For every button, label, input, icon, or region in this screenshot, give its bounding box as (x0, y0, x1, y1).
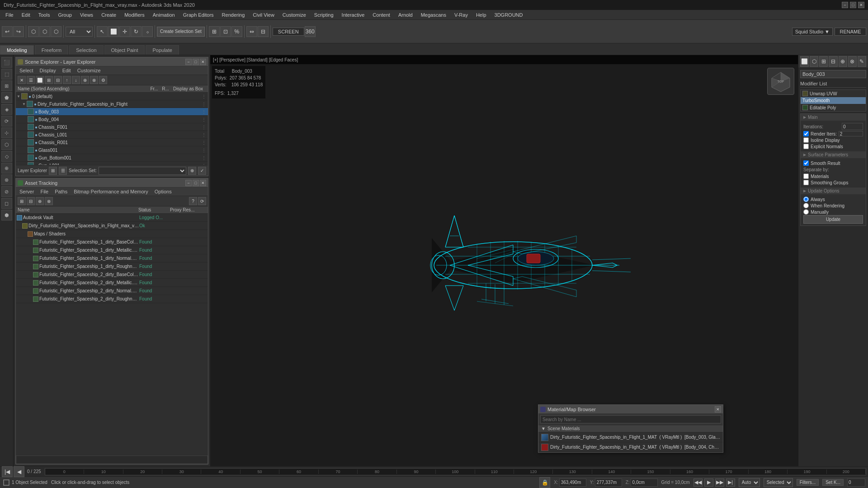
modifier-turbosmooth[interactable]: TurboSmooth (801, 97, 866, 104)
sidebar-icon-2[interactable]: ⬚ (1, 69, 12, 80)
viewport-canvas[interactable]: Total Body_003 Polys: 207 365 84 578 Ver… (210, 64, 798, 466)
tab-object-paint[interactable]: Object Paint (104, 45, 145, 55)
menu-item-civil-view[interactable]: Civil View (249, 11, 278, 19)
ts-surface-header[interactable]: Surface Parameters (801, 151, 866, 158)
mat-search-input[interactable] (540, 415, 721, 423)
explorer-row-4[interactable]: ●Chassis_F001⋮ (16, 123, 208, 131)
manually-radio[interactable] (803, 209, 809, 215)
explorer-row-9[interactable]: ●Gun_L001⋮ (16, 162, 208, 165)
x-input[interactable] (559, 479, 586, 487)
materials-check[interactable] (803, 174, 809, 179)
smooth-result-check[interactable] (803, 160, 809, 166)
asset-row-10[interactable]: Futuristic_Fighter_Spaceship_2_dirty_Rou… (16, 295, 208, 303)
asset-search-input[interactable] (16, 455, 208, 464)
asset-row-6[interactable]: Futuristic_Fighter_Spaceship_1_dirty_Rou… (16, 263, 208, 271)
mat-browser-close-btn[interactable]: ✕ (715, 406, 721, 413)
rp-tool-3[interactable]: ⊞ (819, 56, 828, 67)
explorer-row-0[interactable]: ▼●0 (default)⋮ (16, 93, 208, 100)
snap-btn[interactable]: ⊞ (209, 26, 220, 37)
create-selection-set-btn[interactable]: Create Selection Set (157, 27, 205, 37)
unlink-btn[interactable]: ⬡ (39, 26, 50, 37)
menu-item-views[interactable]: Views (76, 11, 97, 19)
selection-set-dropdown[interactable] (99, 167, 186, 175)
update-btn[interactable]: Update (803, 215, 863, 224)
redo-btn[interactable]: ↪ (13, 26, 24, 37)
undo-btn[interactable]: ↩ (2, 26, 13, 37)
last-frame-btn[interactable]: ▶| (726, 479, 735, 487)
mat-section-header[interactable]: ▼ Scene Materials (538, 425, 723, 432)
menu-item-modifiers[interactable]: Modifiers (121, 11, 148, 19)
at-tool-4[interactable]: ⊗ (45, 197, 53, 205)
rp-tool-2[interactable]: ⬡ (810, 56, 818, 67)
iterations-input[interactable] (842, 123, 863, 130)
sidebar-icon-10[interactable]: ⊕ (1, 163, 12, 174)
select-region-btn[interactable]: ⬜ (108, 26, 119, 37)
minimize-panel-btn[interactable]: − (185, 59, 192, 65)
se-tool-3[interactable]: ⬜ (36, 76, 44, 84)
asset-row-3[interactable]: Futuristic_Fighter_Spaceship_1_dirty_Bas… (16, 238, 208, 246)
menu-item-interactive[interactable]: Interactive (338, 11, 368, 19)
menu-item-content[interactable]: Content (369, 11, 394, 19)
at-help-btn[interactable]: ? (189, 197, 197, 205)
timeline-start-btn[interactable]: |◀ (2, 466, 13, 477)
sidebar-icon-12[interactable]: ⊘ (1, 186, 12, 197)
menu-item-file[interactable]: File (2, 11, 17, 19)
bind-btn[interactable]: ⬡ (51, 26, 61, 37)
close-panel-btn[interactable]: ✕ (200, 59, 206, 65)
se-tool-9[interactable]: ⊗ (90, 76, 98, 84)
tab-freeform[interactable]: Freeform (35, 45, 69, 55)
at-tool-3[interactable]: ⊕ (36, 197, 44, 205)
filters-btn[interactable]: Filters... (797, 479, 819, 486)
at-menu-file[interactable]: File (38, 188, 50, 195)
se-menu-select[interactable]: Select (18, 67, 35, 74)
ts-update-header[interactable]: Update Options (801, 188, 866, 194)
explorer-row-6[interactable]: ●Chassis_R001⋮ (16, 139, 208, 146)
set-key-btn[interactable]: Set K... (822, 479, 844, 486)
selected-select[interactable]: Selected (764, 478, 793, 487)
mirror-btn[interactable]: ⇔ (246, 26, 257, 37)
timeline-prev-btn[interactable]: ◀ (14, 466, 24, 477)
select-link-btn[interactable]: ⬡ (28, 26, 39, 37)
se-menu-customize[interactable]: Customize (75, 67, 103, 74)
auto-select[interactable]: Auto (739, 478, 760, 487)
close-btn[interactable]: ✕ (858, 2, 864, 8)
view360-btn[interactable]: 360 (305, 26, 316, 37)
at-tool-2[interactable]: ⊟ (27, 197, 35, 205)
asset-row-2[interactable]: Maps / Shaders (16, 230, 208, 238)
sidebar-icon-9[interactable]: ◇ (1, 151, 12, 162)
footer-btn-2[interactable]: ☰ (59, 167, 67, 175)
se-tool-10[interactable]: ⚙ (99, 76, 107, 84)
move-btn[interactable]: ✛ (119, 26, 130, 37)
sidebar-icon-11[interactable]: ⊗ (1, 174, 12, 185)
rp-tool-4[interactable]: ⊟ (829, 56, 837, 67)
explorer-row-1[interactable]: ▼●Dirty_Futuristic_Fighter_Spaceship_in_… (16, 100, 208, 108)
menu-item-megascans[interactable]: Megascans (417, 11, 450, 19)
mat-row-2[interactable]: Dirty_Futuristic_Fighter_Spaceship_in_Fl… (538, 442, 723, 452)
menu-item-customize[interactable]: Customize (279, 11, 310, 19)
sidebar-icon-7[interactable]: ⊹ (1, 127, 12, 138)
rp-tool-5[interactable]: ⊕ (839, 56, 847, 67)
footer-btn-1[interactable]: ⊞ (49, 167, 57, 175)
minimize-btn[interactable]: − (842, 2, 848, 8)
sidebar-icon-14[interactable]: ⬢ (1, 210, 12, 221)
percent-snap-btn[interactable]: % (231, 26, 242, 37)
rp-tool-6[interactable]: ⊗ (848, 56, 857, 67)
menu-item-scripting[interactable]: Scripting (311, 11, 337, 19)
asset-row-7[interactable]: Futuristic_Fighter_Spaceship_2_dirty_Bas… (16, 271, 208, 279)
at-menu-bitmap[interactable]: Bitmap Performance and Memory (72, 188, 150, 195)
at-minimize-btn[interactable]: − (185, 180, 192, 186)
isoline-check[interactable] (803, 137, 809, 143)
explicit-normals-check[interactable] (803, 144, 809, 149)
se-menu-display[interactable]: Display (38, 67, 58, 74)
at-menu-server[interactable]: Server (18, 188, 36, 195)
nav-cube[interactable]: TOP (767, 68, 794, 95)
se-tool-5[interactable]: ⊟ (54, 76, 62, 84)
at-restore-btn[interactable]: □ (193, 180, 199, 186)
menu-item-create[interactable]: Create (98, 11, 120, 19)
timeline-track[interactable]: 0102030405060708090100110120130140150160… (45, 468, 866, 475)
prev-frame-btn[interactable]: ◀◀ (693, 479, 703, 487)
menu-item-3dground[interactable]: 3DGROUND (491, 11, 527, 19)
se-tool-7[interactable]: ↓ (72, 76, 80, 84)
frame-input-bottom[interactable] (847, 479, 865, 487)
at-menu-options[interactable]: Options (153, 188, 174, 195)
